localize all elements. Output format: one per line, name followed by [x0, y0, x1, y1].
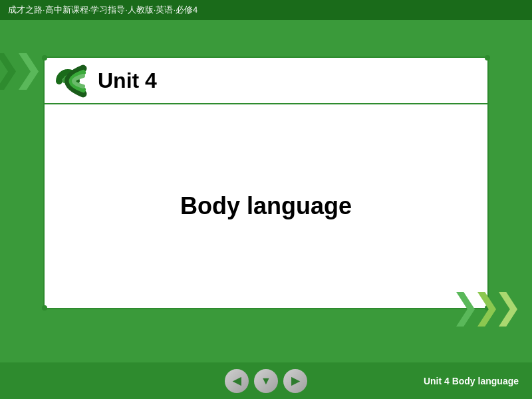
- nav-next-button[interactable]: ▶: [283, 369, 307, 393]
- chevron-r1: [456, 292, 475, 327]
- bottom-navigation-bar: ◀ ▼ ▶ Unit 4 Body language: [0, 362, 532, 399]
- header-bar: 成才之路·高中新课程·学习指导·人教版·英语·必修4: [0, 0, 532, 20]
- main-slide: Unit 4 Body language: [43, 57, 489, 309]
- unit-header-section: Unit 4: [45, 58, 487, 104]
- left-chevron-decoration: [0, 53, 39, 90]
- nav-down-button[interactable]: ▼: [254, 369, 278, 393]
- right-chevron-decoration: [456, 292, 517, 327]
- nav-buttons-group: ◀ ▼ ▶: [225, 369, 307, 393]
- chevron-r2: [477, 292, 496, 327]
- header-title: 成才之路·高中新课程·学习指导·人教版·英语·必修4: [8, 4, 198, 16]
- arc-decoration-2: [50, 62, 90, 100]
- nav-prev-button[interactable]: ◀: [225, 369, 249, 393]
- chevron-3: [19, 53, 39, 90]
- body-language-title: Body language: [180, 192, 352, 220]
- slide-body: Body language: [45, 104, 487, 308]
- chevron-2: [0, 53, 16, 90]
- chevron-r3: [499, 292, 517, 327]
- footer-unit-label: Unit 4 Body language: [424, 376, 519, 386]
- unit-title: Unit 4: [98, 68, 157, 93]
